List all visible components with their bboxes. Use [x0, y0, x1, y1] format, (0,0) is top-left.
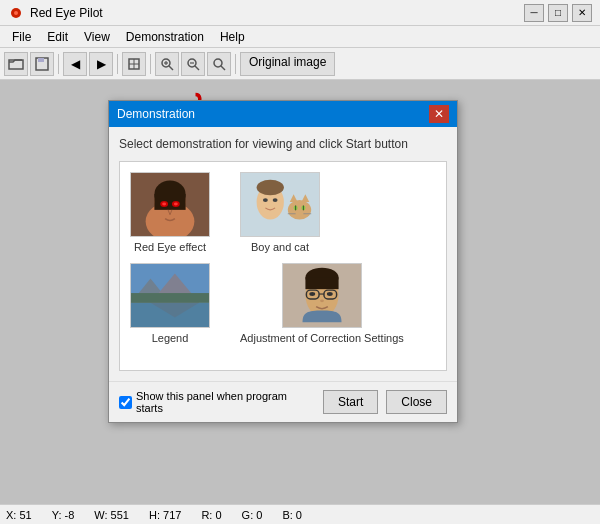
start-button[interactable]: Start	[323, 390, 378, 414]
status-h: H: 717	[149, 509, 181, 521]
dialog-footer: Show this panel when program starts Star…	[109, 381, 457, 422]
demo-label-adjustment: Adjustment of Correction Settings	[240, 332, 404, 344]
menu-view[interactable]: View	[76, 28, 118, 46]
maximize-button[interactable]: □	[548, 4, 568, 22]
svg-point-31	[263, 198, 268, 202]
svg-rect-47	[131, 293, 209, 303]
status-w: W: 551	[94, 509, 129, 521]
svg-point-25	[162, 203, 166, 206]
tool1-button[interactable]	[122, 52, 146, 76]
show-panel-checkbox-label[interactable]: Show this panel when program starts	[119, 390, 315, 414]
separator-1	[58, 54, 59, 74]
minimize-button[interactable]: ─	[524, 4, 544, 22]
demo-thumb-boycat	[240, 172, 320, 237]
toolbar: ◀ ▶ Original image	[0, 48, 600, 80]
title-bar-controls: ─ □ ✕	[524, 4, 592, 22]
dialog-close-button[interactable]: ✕	[429, 105, 449, 123]
demo-item-redeye[interactable]: Red Eye effect	[130, 172, 210, 253]
svg-rect-22	[154, 194, 185, 210]
separator-2	[117, 54, 118, 74]
svg-rect-51	[305, 277, 338, 289]
demo-thumb-adjustment	[282, 263, 362, 328]
dialog-instruction: Select demonstration for viewing and cli…	[119, 137, 447, 151]
demo-item-legend[interactable]: Legend	[130, 263, 210, 344]
menu-help[interactable]: Help	[212, 28, 253, 46]
svg-point-33	[288, 200, 311, 220]
show-panel-checkbox[interactable]	[119, 396, 132, 409]
zoom-in-button[interactable]	[155, 52, 179, 76]
back-button[interactable]: ◀	[63, 52, 87, 76]
demo-thumb-redeye	[130, 172, 210, 237]
svg-point-26	[174, 203, 178, 206]
svg-point-55	[309, 292, 315, 296]
fit-button[interactable]	[207, 52, 231, 76]
demo-grid[interactable]: Red Eye effect	[119, 161, 447, 371]
open-button[interactable]	[4, 52, 28, 76]
title-bar: Red Eye Pilot ─ □ ✕	[0, 0, 600, 26]
menu-bar: File Edit View Demonstration Help	[0, 26, 600, 48]
app-icon	[8, 5, 24, 21]
menu-file[interactable]: File	[4, 28, 39, 46]
dialog-title: Demonstration	[117, 107, 429, 121]
save-button[interactable]	[30, 52, 54, 76]
demo-thumb-legend	[130, 263, 210, 328]
app-title: Red Eye Pilot	[30, 6, 524, 20]
svg-point-30	[257, 180, 284, 196]
demo-label-legend: Legend	[152, 332, 189, 344]
demo-row-2: Legend	[130, 263, 436, 344]
show-panel-label: Show this panel when program starts	[136, 390, 315, 414]
forward-button[interactable]: ▶	[89, 52, 113, 76]
status-x: X: 51	[6, 509, 32, 521]
zoom-out-button[interactable]	[181, 52, 205, 76]
demo-row-1: Red Eye effect	[130, 172, 436, 253]
workspace: Demonstration ✕ Select demonstration for…	[0, 80, 600, 504]
dialog-title-bar: Demonstration ✕	[109, 101, 457, 127]
demonstration-dialog: Demonstration ✕ Select demonstration for…	[108, 100, 458, 423]
status-y: Y: -8	[52, 509, 75, 521]
menu-demonstration[interactable]: Demonstration	[118, 28, 212, 46]
svg-line-13	[195, 66, 199, 70]
svg-point-56	[327, 292, 333, 296]
menu-edit[interactable]: Edit	[39, 28, 76, 46]
dialog-overlay: Demonstration ✕ Select demonstration for…	[0, 80, 600, 504]
svg-line-9	[169, 66, 173, 70]
close-dialog-button[interactable]: Close	[386, 390, 447, 414]
demo-label-boycat: Boy and cat	[251, 241, 309, 253]
separator-4	[235, 54, 236, 74]
svg-point-15	[214, 59, 222, 67]
demo-item-adjustment[interactable]: Adjustment of Correction Settings	[240, 263, 404, 344]
demo-item-boycat[interactable]: Boy and cat	[240, 172, 320, 253]
svg-line-16	[221, 66, 225, 70]
svg-point-1	[14, 11, 18, 15]
close-button[interactable]: ✕	[572, 4, 592, 22]
original-image-button[interactable]: Original image	[240, 52, 335, 76]
status-b: B: 0	[282, 509, 302, 521]
separator-3	[150, 54, 151, 74]
svg-point-57	[320, 299, 324, 302]
status-bar: X: 51 Y: -8 W: 551 H: 717 R: 0 G: 0 B: 0	[0, 504, 600, 524]
status-g: G: 0	[242, 509, 263, 521]
svg-point-32	[273, 198, 278, 202]
dialog-body: Select demonstration for viewing and cli…	[109, 127, 457, 381]
status-r: R: 0	[201, 509, 221, 521]
demo-label-redeye: Red Eye effect	[134, 241, 206, 253]
svg-rect-4	[38, 58, 44, 62]
